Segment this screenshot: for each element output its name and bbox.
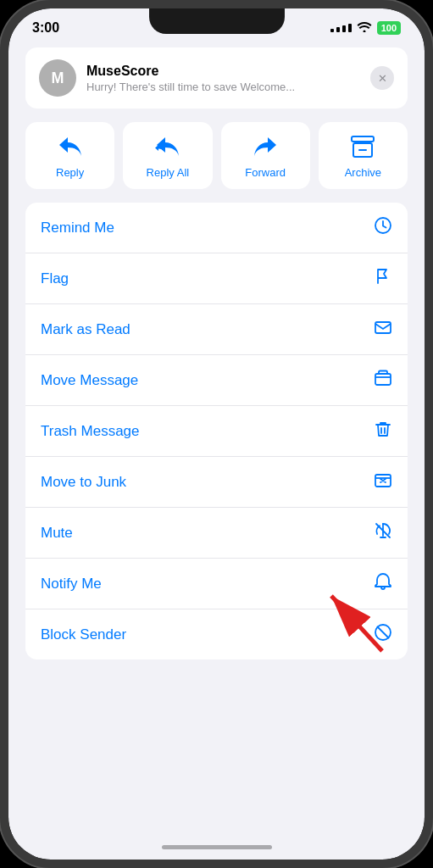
volume-down-button[interactable] [0,195,2,229]
action-buttons-row: Reply Reply All [25,122,408,189]
reply-label: Reply [56,166,84,179]
move-to-junk-icon [374,470,392,493]
email-info: MuseScore Hurry! There's still time to s… [86,64,360,93]
archive-label: Archive [345,166,381,179]
mute-item[interactable]: Mute [25,508,408,559]
mute-icon [374,521,392,544]
signal-dot-4 [348,24,352,32]
move-message-label: Move Message [41,372,138,389]
status-time: 3:00 [32,20,59,36]
block-sender-label: Block Sender [41,626,126,643]
email-preview: Hurry! There's still time to save Welcom… [86,81,360,93]
mute-label: Mute [41,525,73,542]
notify-me-item[interactable]: Notify Me [25,559,408,609]
status-right: 100 [330,21,401,35]
reply-button[interactable]: Reply [25,122,114,189]
signal-dot-1 [330,29,334,32]
signal-dot-3 [342,25,346,32]
avatar: M [39,59,76,97]
volume-up-button[interactable] [0,144,2,178]
notify-me-label: Notify Me [41,576,102,593]
email-sender: MuseScore [86,64,360,79]
forward-label: Forward [245,166,286,179]
svg-line-9 [378,627,389,638]
trash-message-item[interactable]: Trash Message [25,406,408,457]
remind-me-icon [374,216,392,239]
move-to-junk-item[interactable]: Move to Junk [25,457,408,508]
mark-as-read-label: Mark as Read [41,321,130,338]
block-sender-item[interactable]: Block Sender [25,609,408,659]
mark-as-read-icon [374,318,392,341]
trash-message-icon [374,420,392,442]
svg-rect-4 [375,374,391,385]
phone-screen: 3:00 100 [8,8,425,860]
email-header-card: M MuseScore Hurry! There's still time to… [25,47,408,108]
reply-all-label: Reply All [147,166,190,179]
remind-me-label: Remind Me [41,220,114,236]
battery-indicator: 100 [377,21,401,35]
trash-message-label: Trash Message [41,423,140,440]
notify-me-icon [374,572,392,595]
flag-item[interactable]: Flag [25,253,408,304]
reply-all-button[interactable]: Reply All [123,122,212,189]
reply-all-icon [153,136,182,161]
move-to-junk-label: Move to Junk [41,474,126,491]
home-indicator [162,845,272,849]
svg-rect-3 [375,322,391,333]
signal-dot-2 [336,27,340,32]
signal-icon [330,24,352,32]
close-button[interactable]: ✕ [370,66,394,90]
main-content: M MuseScore Hurry! There's still time to… [8,39,425,676]
archive-icon [351,136,375,161]
move-message-item[interactable]: Move Message [25,355,408,406]
svg-rect-0 [352,136,374,142]
notch [149,8,285,34]
forward-icon [253,136,278,161]
forward-button[interactable]: Forward [221,122,310,189]
phone-frame: 3:00 100 [0,0,433,868]
flag-label: Flag [41,270,69,287]
block-sender-icon [374,623,392,646]
flag-icon [374,267,392,290]
archive-button[interactable]: Archive [319,122,408,189]
wifi-icon [357,21,372,35]
move-message-icon [374,369,392,392]
menu-list: Remind Me Flag [25,203,408,659]
reply-icon [58,136,83,161]
mark-as-read-item[interactable]: Mark as Read [25,304,408,355]
remind-me-item[interactable]: Remind Me [25,203,408,253]
